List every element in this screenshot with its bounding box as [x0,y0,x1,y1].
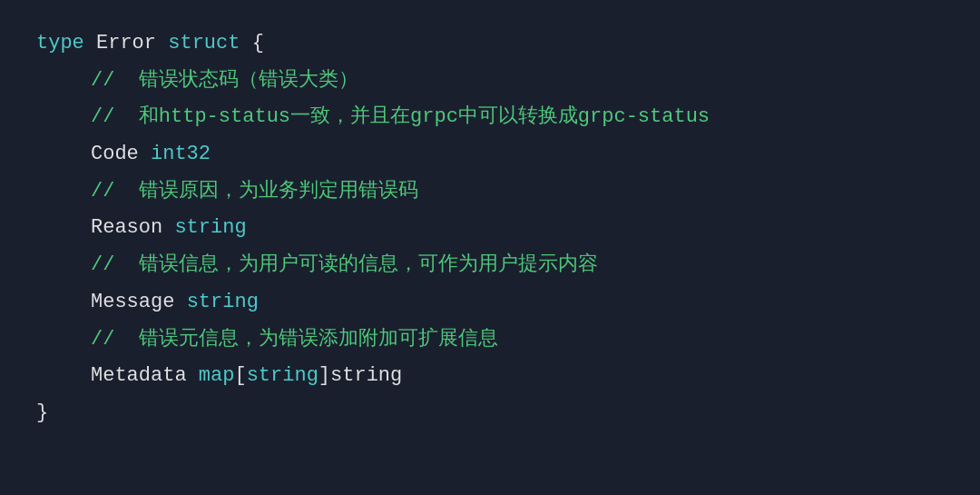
field-code: Code int32 [36,136,980,173]
field-reason: Reason string [36,210,980,247]
comment-1: // 错误状态码（错误大类） [91,63,358,100]
closing-brace: } [36,395,48,432]
comment-line-4: // 错误信息，为用户可读的信息，可作为用户提示内容 [36,247,980,284]
field-message: Message string [36,284,980,322]
type-string-message: string [187,284,259,322]
bracket-close: ] [318,358,330,395]
comment-line-2: // 和http-status一致，并且在grpc中可以转换成grpc-stat… [36,99,980,136]
space [156,25,168,63]
field-name-message: Message [91,284,174,322]
comment-line-3: // 错误原因，为业务判定用错误码 [36,173,980,211]
space [174,284,186,322]
type-map: map [199,358,235,395]
struct-name [84,25,96,63]
type-key: string [247,358,318,395]
keyword-struct: struct [168,25,240,63]
error-name: Error [96,25,156,63]
line-struct-declaration: type Error struct { [36,25,980,63]
type-int32: int32 [151,136,211,173]
type-value: string [330,358,402,395]
field-name-code: Code [91,136,139,173]
type-string-reason: string [174,210,246,247]
code-editor: type Error struct { // 错误状态码（错误大类） // 和h… [0,0,980,495]
space [187,358,199,395]
comment-3: // 错误原因，为业务判定用错误码 [91,173,418,211]
field-metadata: Metadata map [ string ] string [36,358,980,395]
space [139,136,151,173]
comment-2: // 和http-status一致，并且在grpc中可以转换成grpc-stat… [91,99,710,136]
space [162,210,174,247]
field-name-reason: Reason [91,210,162,247]
bracket-open: [ [234,358,246,395]
comment-line-5: // 错误元信息，为错误添加附加可扩展信息 [36,322,980,359]
comment-4: // 错误信息，为用户可读的信息，可作为用户提示内容 [91,247,598,284]
comment-line-1: // 错误状态码（错误大类） [36,63,980,100]
comment-5: // 错误元信息，为错误添加附加可扩展信息 [91,322,498,359]
keyword-type: type [36,25,84,63]
space2 [240,25,251,63]
open-brace: { [252,25,264,63]
field-name-metadata: Metadata [91,358,187,395]
closing-brace-line: } [36,395,980,432]
